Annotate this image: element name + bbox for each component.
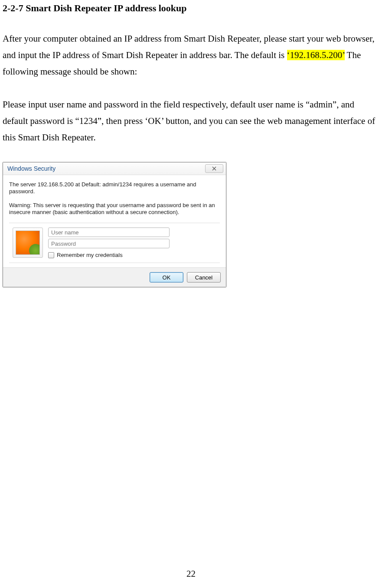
username-input[interactable]	[48, 227, 170, 237]
paragraph-2: Please input user name and password in t…	[3, 96, 378, 146]
dialog-message-2: Warning: This server is requesting that …	[9, 202, 220, 216]
dialog-title: Windows Security	[7, 165, 56, 172]
avatar	[13, 227, 43, 258]
remember-label: Remember my credentials	[57, 252, 123, 258]
remember-checkbox[interactable]	[48, 252, 54, 258]
credentials-box: Remember my credentials	[9, 223, 220, 263]
close-icon	[212, 166, 216, 172]
section-heading: 2-2-7 Smart Dish Repeater IP address loo…	[3, 3, 378, 14]
dialog-button-row: OK Cancel	[3, 267, 226, 287]
credential-fields: Remember my credentials	[48, 227, 216, 258]
cancel-button[interactable]: Cancel	[187, 272, 221, 283]
dialog-titlebar: Windows Security	[3, 162, 226, 175]
remember-row: Remember my credentials	[48, 252, 216, 258]
dialog-body: The server 192.168.5.200 at Default: adm…	[3, 175, 226, 267]
highlighted-ip: ‘192.168.5.200’	[287, 50, 345, 60]
paragraph-1: After your computer obtained an IP addre…	[3, 30, 378, 80]
dialog-message-1: The server 192.168.5.200 at Default: adm…	[9, 181, 220, 195]
page-number: 22	[0, 569, 382, 579]
ok-button[interactable]: OK	[150, 272, 183, 283]
password-input[interactable]	[48, 239, 170, 248]
close-button[interactable]	[205, 164, 223, 173]
windows-security-dialog: Windows Security The server 192.168.5.20…	[3, 162, 226, 287]
flower-icon	[16, 231, 40, 255]
